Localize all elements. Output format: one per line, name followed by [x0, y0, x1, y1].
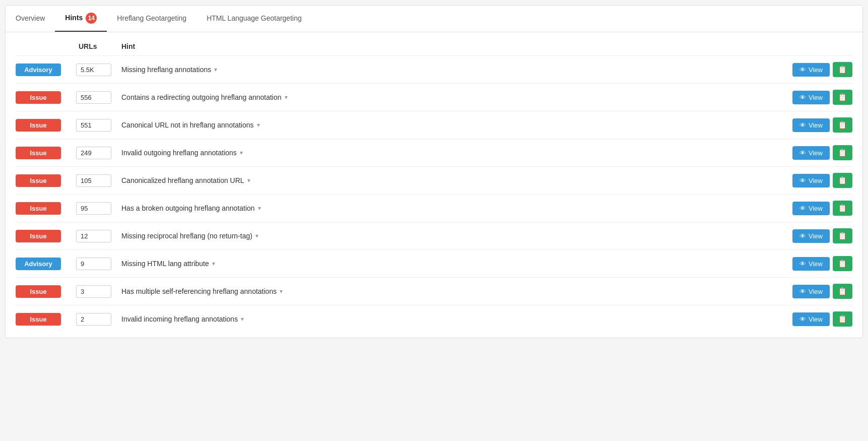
view-label: View — [809, 232, 823, 240]
issue-badge: Issue — [16, 285, 61, 298]
export-icon: 📋 — [838, 120, 847, 130]
eye-icon: 👁 — [799, 205, 806, 212]
tab-html-lang[interactable]: HTML Language Geotargeting — [196, 6, 312, 32]
view-button[interactable]: 👁View — [792, 91, 830, 104]
dropdown-arrow-icon[interactable]: ▾ — [241, 316, 244, 323]
eye-icon: 👁 — [799, 66, 806, 74]
export-button[interactable]: 📋 — [833, 62, 852, 77]
url-count-input[interactable] — [76, 64, 111, 76]
eye-icon: 👁 — [799, 288, 806, 295]
issue-badge: Issue — [16, 174, 61, 187]
table-row: IssueHas a broken outgoing hreflang anno… — [16, 195, 852, 222]
table-row: IssueInvalid outgoing hreflang annotatio… — [16, 139, 852, 167]
eye-icon: 👁 — [799, 260, 806, 268]
row-actions: 👁View📋 — [792, 117, 852, 133]
row-actions: 👁View📋 — [792, 256, 852, 271]
dropdown-arrow-icon[interactable]: ▾ — [212, 260, 215, 267]
export-icon: 📋 — [838, 287, 847, 296]
view-label: View — [809, 177, 823, 184]
table-area: URLs Hint AdvisoryMissing hreflang annot… — [6, 32, 862, 338]
url-count-input[interactable] — [76, 91, 111, 104]
hint-text: Missing reciprocal hreflang (no return-t… — [121, 232, 252, 240]
view-button[interactable]: 👁View — [792, 285, 830, 298]
table-row: AdvisoryMissing HTML lang attribute▾👁Vie… — [16, 250, 852, 278]
view-button[interactable]: 👁View — [792, 146, 830, 160]
header-hint: Hint — [121, 42, 852, 50]
eye-icon: 👁 — [799, 149, 806, 157]
export-icon: 📋 — [838, 148, 847, 157]
dropdown-arrow-icon[interactable]: ▾ — [280, 288, 283, 295]
url-count-input[interactable] — [76, 202, 111, 215]
tab-overview[interactable]: Overview — [6, 6, 55, 32]
row-actions: 👁View📋 — [792, 284, 852, 299]
url-count-input[interactable] — [76, 174, 111, 187]
hint-text: Missing HTML lang attribute — [121, 260, 209, 268]
export-button[interactable]: 📋 — [833, 311, 852, 327]
tab-bar: OverviewHints14Hreflang GeotargetingHTML… — [6, 6, 862, 32]
export-button[interactable]: 📋 — [833, 228, 852, 243]
dropdown-arrow-icon[interactable]: ▾ — [257, 121, 260, 129]
export-button[interactable]: 📋 — [833, 145, 852, 160]
table-row: IssueHas multiple self-referencing hrefl… — [16, 278, 852, 305]
hint-text: Invalid outgoing hreflang annotations — [121, 149, 237, 157]
eye-icon: 👁 — [799, 232, 806, 240]
url-count-input[interactable] — [76, 147, 111, 159]
export-button[interactable]: 📋 — [833, 284, 852, 299]
advisory-badge: Advisory — [16, 64, 61, 76]
view-button[interactable]: 👁View — [792, 63, 830, 77]
export-button[interactable]: 📋 — [833, 256, 852, 271]
header-urls: URLs — [76, 42, 121, 50]
view-button[interactable]: 👁View — [792, 229, 830, 243]
dropdown-arrow-icon[interactable]: ▾ — [258, 205, 261, 212]
url-count-input[interactable] — [76, 258, 111, 270]
eye-icon: 👁 — [799, 316, 806, 323]
row-actions: 👁View📋 — [792, 145, 852, 160]
dropdown-arrow-icon[interactable]: ▾ — [285, 94, 288, 101]
hint-text: Invalid incoming hreflang annotations — [121, 315, 238, 323]
issue-badge: Issue — [16, 91, 61, 104]
table-row: IssueCanonical URL not in hreflang annot… — [16, 111, 852, 139]
row-actions: 👁View📋 — [792, 311, 852, 327]
view-label: View — [809, 149, 823, 157]
tab-hints[interactable]: Hints14 — [55, 6, 107, 32]
issue-badge: Issue — [16, 230, 61, 242]
hint-text: Missing hreflang annotations — [121, 66, 211, 74]
issue-badge: Issue — [16, 313, 61, 326]
url-count-input[interactable] — [76, 119, 111, 132]
hint-text: Has multiple self-referencing hreflang a… — [121, 287, 277, 295]
view-button[interactable]: 👁View — [792, 257, 830, 271]
view-label: View — [809, 121, 823, 129]
view-label: View — [809, 66, 823, 74]
row-actions: 👁View📋 — [792, 201, 852, 216]
export-icon: 📋 — [838, 259, 847, 268]
export-button[interactable]: 📋 — [833, 117, 852, 133]
view-label: View — [809, 260, 823, 268]
view-button[interactable]: 👁View — [792, 312, 830, 326]
export-button[interactable]: 📋 — [833, 173, 852, 188]
hint-text: Canonical URL not in hreflang annotation… — [121, 121, 254, 129]
url-count-input[interactable] — [76, 313, 111, 326]
view-button[interactable]: 👁View — [792, 174, 830, 187]
hint-text: Contains a redirecting outgoing hreflang… — [121, 93, 282, 101]
url-count-input[interactable] — [76, 285, 111, 298]
export-icon: 📋 — [838, 231, 847, 240]
export-button[interactable]: 📋 — [833, 90, 852, 105]
table-header: URLs Hint — [16, 42, 852, 56]
dropdown-arrow-icon[interactable]: ▾ — [214, 66, 217, 73]
dropdown-arrow-icon[interactable]: ▾ — [255, 232, 258, 239]
table-row: IssueInvalid incoming hreflang annotatio… — [16, 305, 852, 333]
table-row: IssueMissing reciprocal hreflang (no ret… — [16, 222, 852, 250]
table-row: AdvisoryMissing hreflang annotations▾👁Vi… — [16, 56, 852, 84]
url-count-input[interactable] — [76, 230, 111, 242]
export-button[interactable]: 📋 — [833, 201, 852, 216]
dropdown-arrow-icon[interactable]: ▾ — [240, 149, 243, 156]
row-actions: 👁View📋 — [792, 228, 852, 243]
dropdown-arrow-icon[interactable]: ▾ — [247, 177, 250, 184]
export-icon: 📋 — [838, 314, 847, 324]
eye-icon: 👁 — [799, 177, 806, 184]
export-icon: 📋 — [838, 204, 847, 213]
tab-hreflang[interactable]: Hreflang Geotargeting — [107, 6, 196, 32]
view-button[interactable]: 👁View — [792, 202, 830, 215]
view-button[interactable]: 👁View — [792, 118, 830, 132]
eye-icon: 👁 — [799, 94, 806, 101]
